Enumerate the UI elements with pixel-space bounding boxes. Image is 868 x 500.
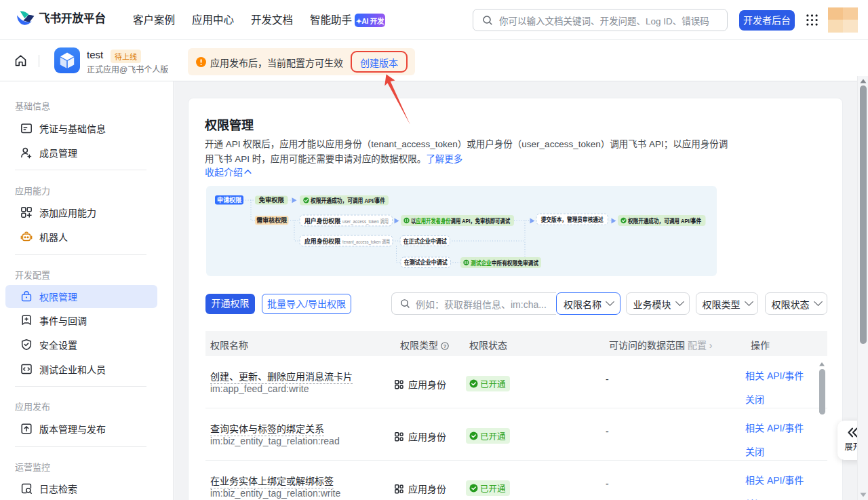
svg-text:提交版本，管理员审核通过: 提交版本，管理员审核通过 bbox=[541, 216, 604, 223]
svg-text:权限开通成功，可调用 API/事件: 权限开通成功，可调用 API/事件 bbox=[310, 197, 385, 204]
svg-text:在测试企业中调试: 在测试企业中调试 bbox=[404, 258, 448, 266]
svg-text:测试企业中所有权限免审调试: 测试企业中所有权限免审调试 bbox=[471, 259, 538, 267]
svg-text:申请权限: 申请权限 bbox=[217, 196, 242, 204]
svg-text:免审权限: 免审权限 bbox=[259, 196, 285, 204]
svg-text:tenant_access_token 调用: tenant_access_token 调用 bbox=[342, 239, 390, 245]
svg-text:权限开通成功，可调用 API/事件: 权限开通成功，可调用 API/事件 bbox=[627, 217, 701, 225]
svg-text:在正式企业中调试: 在正式企业中调试 bbox=[403, 237, 447, 245]
svg-text:?: ? bbox=[443, 343, 447, 349]
svg-text:需审核权限: 需审核权限 bbox=[256, 216, 288, 224]
svg-text:user_access_token 调用: user_access_token 调用 bbox=[342, 218, 389, 225]
svg-text:以应用开发者身份调用 API，免审核即可调试: 以应用开发者身份调用 API，免审核即可调试 bbox=[411, 217, 510, 225]
svg-text:应用身份权限: 应用身份权限 bbox=[304, 237, 341, 245]
svg-text:用户身份权限: 用户身份权限 bbox=[304, 217, 341, 225]
